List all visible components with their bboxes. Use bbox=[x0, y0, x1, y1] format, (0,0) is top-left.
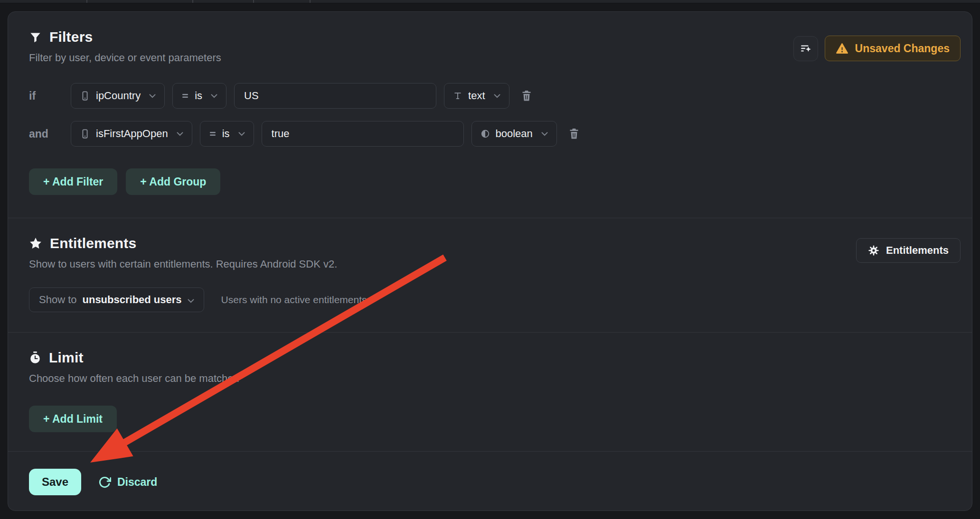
filter-value-input[interactable] bbox=[262, 121, 464, 147]
trash-icon bbox=[568, 128, 580, 140]
operator-value: is bbox=[195, 90, 202, 102]
gear-icon bbox=[868, 245, 879, 256]
phone-icon bbox=[80, 91, 90, 101]
campaign-settings-panel: Filters Filter by user, device or event … bbox=[8, 11, 972, 511]
property-value: ipCountry bbox=[96, 90, 141, 102]
tab-divider bbox=[192, 0, 193, 3]
property-value: isFirstAppOpen bbox=[96, 128, 168, 140]
chevron-down-icon bbox=[494, 94, 500, 98]
tab-divider bbox=[86, 0, 87, 3]
unsaved-changes-badge: Unsaved Changes bbox=[825, 36, 961, 61]
show-to-helper-text: Users with no active entitlements bbox=[221, 294, 367, 306]
refresh-icon bbox=[98, 476, 111, 489]
filters-subtitle: Filter by user, device or event paramete… bbox=[29, 52, 221, 64]
equals-icon bbox=[181, 92, 189, 100]
entitlements-settings-button[interactable]: Entitlements bbox=[856, 238, 961, 263]
tab-divider bbox=[310, 0, 311, 3]
entitlements-subtitle: Show to users with certain entitlements.… bbox=[29, 258, 337, 270]
entitlements-title: Entitlements bbox=[50, 235, 136, 251]
operator-dropdown[interactable]: is bbox=[172, 83, 226, 109]
equals-icon bbox=[209, 130, 217, 138]
add-filter-button[interactable]: + Add Filter bbox=[29, 168, 117, 195]
chevron-down-icon bbox=[541, 132, 548, 136]
filter-value-input[interactable] bbox=[234, 83, 436, 109]
stopwatch-icon bbox=[29, 351, 41, 364]
save-button[interactable]: Save bbox=[29, 469, 81, 495]
chevron-down-icon bbox=[177, 132, 183, 136]
show-to-value: unsubscribed users bbox=[83, 294, 182, 306]
filters-section: Filters Filter by user, device or event … bbox=[8, 12, 972, 218]
limit-title: Limit bbox=[49, 350, 84, 366]
chevron-down-icon bbox=[238, 132, 245, 136]
chevron-down-icon bbox=[188, 294, 194, 306]
unsaved-changes-label: Unsaved Changes bbox=[855, 42, 950, 55]
type-dropdown[interactable]: text bbox=[444, 83, 509, 109]
boolean-icon bbox=[481, 129, 490, 139]
filter-row: if ipCountry is bbox=[29, 83, 961, 109]
warning-icon bbox=[836, 42, 848, 55]
discard-label: Discard bbox=[117, 476, 157, 489]
text-type-icon bbox=[453, 91, 462, 101]
property-dropdown[interactable]: isFirstAppOpen bbox=[71, 121, 192, 147]
add-group-button[interactable]: + Add Group bbox=[126, 168, 220, 195]
type-value: text bbox=[468, 90, 485, 102]
filters-header: Filters Filter by user, device or event … bbox=[29, 29, 221, 64]
chevron-down-icon bbox=[149, 94, 156, 98]
limit-section: Limit Choose how often each user can be … bbox=[8, 333, 972, 452]
operator-dropdown[interactable]: is bbox=[200, 121, 254, 147]
filter-row: and isFirstAppOpen is bbox=[29, 121, 961, 147]
star-icon bbox=[29, 237, 42, 250]
limit-subtitle: Choose how often each user can be matche… bbox=[29, 372, 961, 385]
entitlements-section: Entitlements Show to users with certain … bbox=[8, 218, 972, 333]
funnel-icon bbox=[29, 31, 42, 44]
chevron-down-icon bbox=[211, 94, 217, 98]
trash-icon bbox=[521, 90, 532, 102]
ai-filter-button[interactable] bbox=[793, 36, 818, 61]
filters-title: Filters bbox=[49, 29, 93, 45]
entitlements-header: Entitlements Show to users with certain … bbox=[29, 235, 337, 270]
delete-filter-button[interactable] bbox=[517, 83, 536, 109]
property-dropdown[interactable]: ipCountry bbox=[71, 83, 165, 109]
show-to-label: Show to bbox=[39, 294, 77, 306]
add-limit-button[interactable]: + Add Limit bbox=[29, 406, 117, 432]
delete-filter-button[interactable] bbox=[565, 121, 584, 147]
type-dropdown[interactable]: boolean bbox=[471, 121, 557, 147]
conjunction-label: if bbox=[29, 90, 63, 102]
type-value: boolean bbox=[496, 128, 533, 140]
tab-divider bbox=[253, 0, 254, 3]
discard-button[interactable]: Discard bbox=[98, 476, 157, 489]
operator-value: is bbox=[222, 128, 230, 140]
conjunction-label: and bbox=[29, 128, 63, 140]
filter-sparkle-icon bbox=[800, 42, 812, 55]
show-to-dropdown[interactable]: Show to unsubscribed users bbox=[29, 287, 204, 312]
phone-icon bbox=[80, 129, 90, 139]
footer-actions: Save Discard bbox=[8, 452, 972, 512]
top-tab-strip bbox=[0, 0, 980, 3]
entitlements-button-label: Entitlements bbox=[886, 244, 949, 257]
